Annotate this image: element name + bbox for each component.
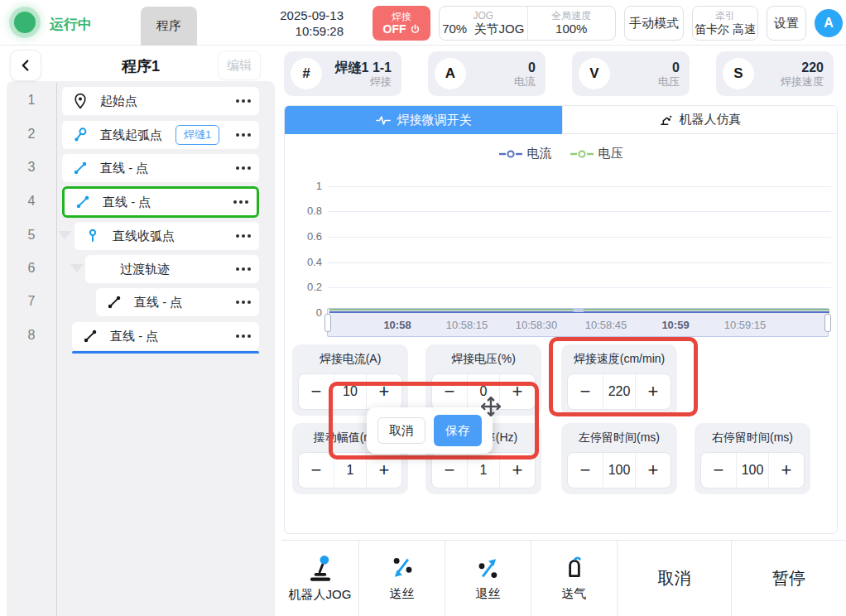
weld-state: OFF: [383, 22, 406, 36]
user-avatar[interactable]: A: [815, 9, 843, 37]
active-step-underline: [72, 351, 259, 354]
plus-button[interactable]: +: [769, 453, 804, 488]
param-label: 左停留时间(ms): [561, 431, 677, 445]
ampere-icon: A: [435, 58, 466, 89]
weld-label: 焊接: [392, 11, 411, 22]
arc-start-icon: [70, 125, 90, 145]
gas-feed-button[interactable]: 送气: [531, 541, 618, 616]
jog-section[interactable]: JOG 70% 关节JOG: [440, 7, 527, 40]
step-label: 起始点: [100, 94, 137, 109]
status-label: 电压: [658, 75, 680, 89]
brush-grip-handle[interactable]: [573, 309, 584, 312]
param-label: 右停留时间(ms): [695, 431, 810, 445]
power-icon: [410, 24, 421, 35]
status-value: 0: [514, 60, 536, 75]
legend-item-voltage[interactable]: 电压: [570, 146, 623, 161]
wire-feed-button[interactable]: 送丝: [359, 541, 445, 616]
program-step-arc-start[interactable]: 直线起弧点 焊缝1: [62, 121, 259, 149]
program-step-line-point[interactable]: 直线 - 点: [72, 322, 259, 350]
row-number: 3: [20, 160, 43, 175]
program-step-arc-end[interactable]: 直线收弧点: [75, 222, 259, 250]
stepper-value[interactable]: 100: [603, 453, 636, 488]
gas-cylinder-icon: [562, 555, 587, 581]
button-label: 机器人JOG: [289, 587, 352, 603]
app-screen: 运行中 程序 2025-09-13 10:59:28 焊接 OFF JOG 70…: [0, 0, 846, 616]
step-label: 直线 - 点: [103, 195, 151, 210]
wire-retract-icon: [475, 555, 502, 581]
row-number: 4: [20, 194, 43, 209]
param-card-right-dwell: 右停留时间(ms) − 100 +: [695, 423, 810, 494]
weld-power-toggle[interactable]: 焊接 OFF: [373, 6, 430, 41]
tab-robot-simulation[interactable]: 机器人仿真: [562, 106, 837, 134]
global-speed-value: 100%: [555, 22, 587, 36]
row-number: 7: [20, 294, 43, 309]
robot-arm-icon: [659, 113, 673, 127]
plus-button[interactable]: +: [636, 453, 671, 488]
line-point-icon: [104, 292, 124, 312]
program-step-start-point[interactable]: 起始点: [62, 87, 259, 115]
y-tick: 0: [289, 306, 322, 319]
running-status-text: 运行中: [50, 15, 92, 34]
more-icon[interactable]: [236, 301, 251, 304]
minus-button[interactable]: −: [568, 453, 603, 488]
row-number: 2: [20, 127, 43, 142]
legend-label: 电压: [598, 146, 623, 161]
button-label: 送气: [562, 586, 587, 602]
popup-cancel-button[interactable]: 取消: [377, 417, 425, 444]
brush-left-handle[interactable]: [324, 314, 331, 332]
settings-button[interactable]: 设置: [767, 6, 806, 41]
step-label: 直线 - 点: [134, 295, 182, 310]
pause-button[interactable]: 暂停: [732, 541, 846, 616]
more-icon[interactable]: [236, 99, 251, 103]
minus-button[interactable]: −: [299, 453, 334, 488]
legend-item-current[interactable]: 电流: [499, 146, 552, 161]
program-step-line-point-selected[interactable]: 直线 - 点: [62, 186, 259, 218]
line-point-icon: [73, 192, 93, 212]
brush-right-handle[interactable]: [824, 314, 831, 332]
stepper-value[interactable]: 100: [736, 453, 769, 488]
stepper-left-dwell: − 100 +: [567, 452, 671, 488]
tab-weld-fine-tune[interactable]: 焊接微调开关: [285, 106, 562, 134]
gridline: [328, 186, 831, 187]
status-label: 焊接: [335, 75, 392, 89]
program-step-line-point[interactable]: 直线 - 点: [62, 154, 259, 182]
robot-jog-button[interactable]: 机器人JOG: [281, 541, 359, 616]
drag-mode-button[interactable]: 牵引 笛卡尔 高速: [692, 6, 758, 41]
more-icon[interactable]: [236, 334, 251, 338]
weld-seam-badge: 焊缝1: [175, 125, 219, 145]
collapse-triangle-icon[interactable]: [58, 231, 71, 239]
waveform-icon: [376, 114, 391, 127]
manual-mode-button[interactable]: 手动模式: [624, 6, 684, 41]
more-icon[interactable]: [236, 267, 251, 271]
program-title: 程序1: [50, 56, 232, 76]
line-point-icon: [80, 326, 100, 346]
x-tick: 10:59:15: [712, 319, 778, 331]
main-panel: 焊接微调开关 机器人仿真 电流 电压 1 0.8 0.6 0.4: [284, 105, 838, 534]
step-label: 直线起弧点: [100, 128, 162, 143]
more-icon[interactable]: [233, 200, 248, 204]
cancel-button[interactable]: 取消: [618, 541, 732, 616]
panel-tabs: 焊接微调开关 机器人仿真: [285, 106, 837, 134]
x-tick: 10:58:45: [573, 319, 639, 331]
popup-save-button[interactable]: 保存: [434, 415, 482, 446]
gridline: [328, 237, 831, 238]
more-icon[interactable]: [236, 133, 251, 137]
more-icon[interactable]: [236, 166, 251, 170]
program-step-line-point[interactable]: 直线 - 点: [96, 288, 259, 316]
collapse-triangle-icon[interactable]: [70, 264, 84, 272]
back-button[interactable]: [10, 50, 41, 81]
tab-program[interactable]: 程序: [141, 7, 197, 46]
status-card-current: A 0 电流: [428, 51, 546, 96]
program-step-transition-track[interactable]: 过渡轨迹: [85, 255, 259, 283]
edit-button[interactable]: 编辑: [218, 51, 261, 80]
step-label: 直线收弧点: [113, 229, 175, 244]
more-icon[interactable]: [236, 234, 251, 238]
wire-retract-button[interactable]: 退丝: [445, 541, 531, 616]
list-divider-line: [56, 83, 57, 616]
y-tick: 0.8: [289, 205, 322, 217]
minus-button[interactable]: −: [701, 453, 736, 488]
global-speed-section[interactable]: 全局速度 100%: [527, 7, 616, 40]
jog-speed-box[interactable]: JOG 70% 关节JOG 全局速度 100%: [439, 6, 616, 41]
tab-label: 焊接微调开关: [397, 113, 472, 128]
chart-legend: 电流 电压: [285, 146, 837, 161]
